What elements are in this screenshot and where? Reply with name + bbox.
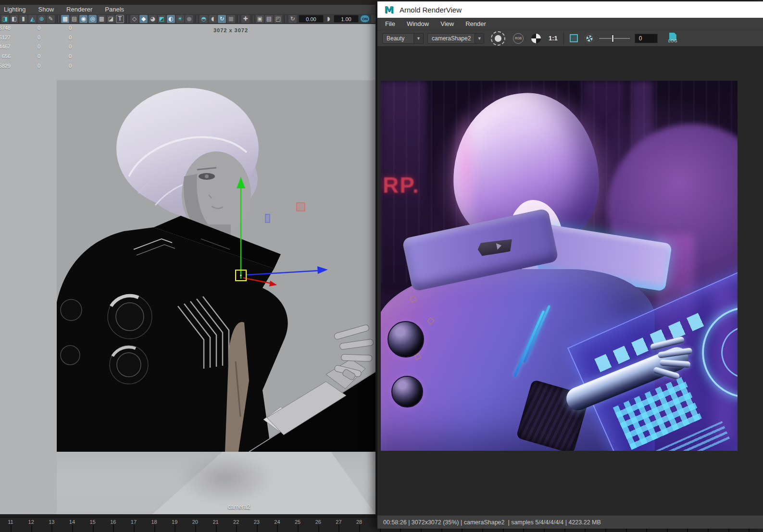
timeline-frame-label[interactable]: 28 <box>351 519 367 525</box>
hud-count: 0 <box>38 53 45 59</box>
hud-row: 582900 <box>0 63 375 70</box>
chevron-down-icon: ▼ <box>475 34 484 43</box>
panel-menu-item-1[interactable]: Show <box>38 6 54 13</box>
rendered-image[interactable]: RP. ◇ <box>381 81 738 451</box>
exposure-field[interactable]: 0.00 <box>299 15 324 23</box>
timeline-frame-label[interactable]: 13 <box>43 519 60 525</box>
textured-cube-icon[interactable]: ◩ <box>158 15 166 23</box>
viewport-canvas[interactable] <box>57 80 375 452</box>
motion-blur-icon[interactable]: ◖ <box>209 15 217 23</box>
arnold-render-area[interactable]: RP. ◇ <box>377 47 763 515</box>
hud-count: 0 <box>38 44 45 49</box>
flat-shade-icon[interactable]: ◕ <box>149 15 157 23</box>
grid-icon[interactable]: ▦ <box>61 15 69 23</box>
log-button[interactable]: LOG <box>668 33 679 44</box>
contrast-icon[interactable]: ◗ <box>325 15 333 23</box>
timeline-frame-label[interactable]: 21 <box>208 519 224 525</box>
timeline-tick <box>11 525 12 532</box>
camera-keys-icon[interactable]: ◨ <box>1 15 9 23</box>
hud-count: 0 <box>69 44 76 49</box>
chevron-down-icon: ▼ <box>413 34 423 43</box>
panel-menu-item-2[interactable]: Renderer <box>66 6 92 13</box>
aov-value: Beauty <box>383 35 413 42</box>
wireframe-cube-icon[interactable]: ◇ <box>130 15 138 23</box>
timeline-frame-label[interactable]: 25 <box>289 519 306 525</box>
arnold-menu-item-0[interactable]: File <box>385 20 395 27</box>
snapshot-icon[interactable]: ▣ <box>256 15 264 23</box>
gamma-field[interactable]: 1.00 <box>334 15 359 23</box>
color-management-toggle[interactable]: ON <box>360 14 370 23</box>
zoom-ratio-button[interactable]: 1:1 <box>549 35 558 42</box>
window-title: Arnold RenderView <box>400 6 462 14</box>
timeline-tick <box>277 525 278 532</box>
timeline-frame-label[interactable]: 23 <box>249 519 265 525</box>
floor-shadow <box>177 452 273 505</box>
bookmark-icon[interactable]: ▮ <box>19 15 27 23</box>
brush-icon[interactable]: ✎ <box>47 15 55 23</box>
shadows-sphere-icon[interactable]: ● <box>185 15 193 23</box>
rgb-channels-button[interactable]: RGB <box>513 33 524 44</box>
timeline-frame-label[interactable]: 11 <box>2 519 19 525</box>
checker-sphere-icon[interactable]: ◐ <box>167 15 175 23</box>
toolbar-separator <box>57 15 59 23</box>
panel-menu-item-0[interactable]: Lighting <box>4 6 26 13</box>
snap-magnet-icon[interactable]: ⊕ <box>38 15 46 23</box>
timeline-frame-label[interactable]: 26 <box>310 519 326 525</box>
maya-panel-menubar: LightingShowRendererPanels <box>0 5 375 14</box>
multi-layer-icon[interactable]: ▤ <box>265 15 273 23</box>
isolate-select-icon[interactable]: ✚ <box>241 15 250 23</box>
timeline-tick <box>72 525 73 532</box>
panel-menu-item-3[interactable]: Panels <box>105 6 124 13</box>
ao-sphere-icon[interactable]: ◓ <box>200 15 208 23</box>
aov-dropdown[interactable]: Beauty ▼ <box>382 33 424 44</box>
maya-window: LightingShowRendererPanels ◨◧▮◭⊕✎▦▤◉◎▩◪T… <box>0 0 375 532</box>
default-material-icon[interactable]: ■ <box>227 15 235 23</box>
aperture-icon[interactable] <box>585 34 594 43</box>
colorspace-label[interactable]: sRGB gam <box>371 14 375 23</box>
timeline-frame-label[interactable]: 16 <box>105 519 121 525</box>
sail-icon[interactable]: ◭ <box>28 15 37 23</box>
gate-mask-icon[interactable]: ◎ <box>88 15 97 23</box>
start-render-button[interactable] <box>491 31 505 46</box>
hud-count: 0 <box>69 25 76 31</box>
render-region-icon[interactable] <box>570 34 578 42</box>
timeline-frame-label[interactable]: 17 <box>125 519 142 525</box>
timeline-frame-label[interactable]: 14 <box>64 519 80 525</box>
timeline-frame-label[interactable]: 22 <box>228 519 244 525</box>
timeline-tick <box>298 525 299 532</box>
timeline-frame-label[interactable]: 18 <box>146 519 163 525</box>
resolution-gate-icon[interactable]: ◉ <box>79 15 88 23</box>
arnold-menu-item-1[interactable]: Window <box>407 20 429 27</box>
overscan-field[interactable]: 0 <box>635 34 658 43</box>
exposure-reset-icon[interactable]: ↻ <box>288 15 297 23</box>
timeline-frame-label[interactable]: 19 <box>166 519 183 525</box>
maya-viewport[interactable]: 37480061270044670065600582900 3072 x 307… <box>0 24 375 514</box>
field-chart-icon[interactable]: ▩ <box>98 15 106 23</box>
film-gate-icon[interactable]: ▤ <box>70 15 78 23</box>
arnold-renderview-window: M Arnold RenderView FileWindowViewRender… <box>376 1 763 529</box>
renderer-refresh-icon[interactable]: ↻ <box>218 15 226 23</box>
text-hud-icon[interactable]: T <box>116 15 124 23</box>
channel-wedge-icon[interactable] <box>531 34 541 43</box>
debug-shading-slider[interactable] <box>599 38 630 39</box>
arnold-titlebar[interactable]: M Arnold RenderView <box>377 1 763 18</box>
smooth-shade-icon[interactable]: ◆ <box>139 15 148 23</box>
image-plane-icon[interactable]: ◪ <box>107 15 115 23</box>
toolbar-separator <box>196 15 197 23</box>
lights-icon[interactable]: ☀ <box>176 15 184 23</box>
timeline-frame-label[interactable]: 24 <box>269 519 285 525</box>
timeline-frame-label[interactable]: 12 <box>23 519 39 525</box>
grease-pencil-icon[interactable]: ◰ <box>274 15 282 23</box>
arnold-menu-item-2[interactable]: View <box>440 20 454 27</box>
slider-handle[interactable] <box>612 35 614 42</box>
camera-dropdown[interactable]: cameraShape2 ▼ <box>427 33 484 44</box>
camera-value: cameraShape2 <box>428 35 475 42</box>
timeline-frame-label[interactable]: 15 <box>85 519 101 525</box>
render-dot-icon <box>495 35 501 42</box>
timeline-frame-label[interactable]: 20 <box>187 519 203 525</box>
arnold-menu-item-3[interactable]: Render <box>465 20 486 27</box>
hud-row: 65600 <box>0 53 375 60</box>
toolbar-separator <box>285 15 286 23</box>
camera-icon[interactable]: ◧ <box>10 15 18 23</box>
timeline-frame-label[interactable]: 27 <box>330 519 347 525</box>
